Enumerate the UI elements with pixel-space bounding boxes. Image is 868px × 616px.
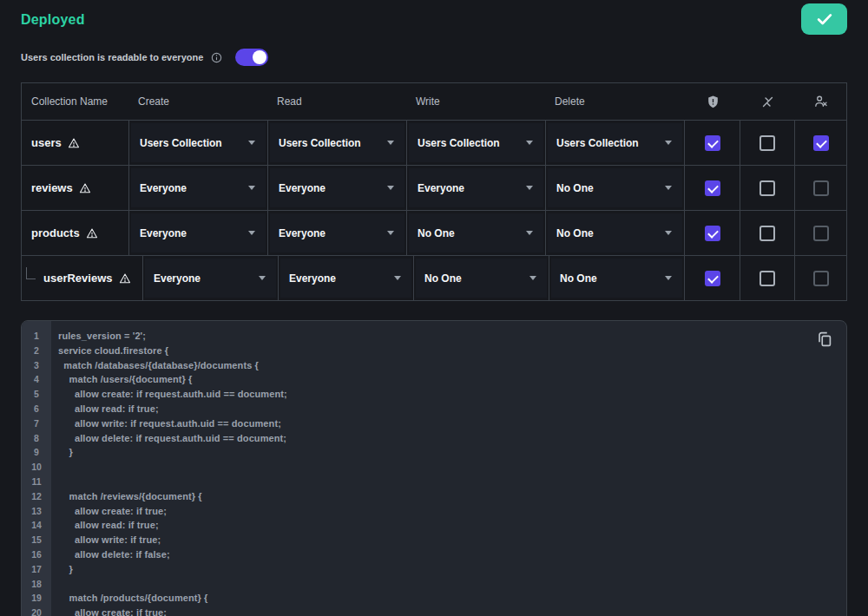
chevron-down-icon (387, 141, 394, 145)
collection-name-cell: reviews (22, 166, 129, 210)
create-dropdown[interactable]: Everyone (143, 256, 279, 300)
person-x-checkbox[interactable] (813, 180, 829, 196)
code-line: allow read: if true; (58, 518, 846, 533)
line-number: 10 (22, 460, 51, 475)
code-line: allow create: if true; (58, 606, 846, 616)
shield-checkbox[interactable] (705, 180, 720, 196)
line-number: 4 (22, 372, 51, 387)
person-x-icon (795, 83, 846, 120)
confirm-check-button[interactable] (801, 3, 847, 35)
checkbox-cell (795, 256, 846, 300)
code-lines: rules_version = '2';service cloud.firest… (51, 321, 846, 616)
column-header-read: Read (268, 83, 407, 120)
code-line: match /users/{document} { (58, 372, 846, 387)
line-number: 8 (22, 431, 51, 446)
line-number: 17 (22, 562, 51, 577)
person-x-checkbox[interactable] (813, 226, 829, 241)
dropdown-value: Everyone (154, 272, 201, 285)
table-row: products Everyone Everyone No One No One (22, 210, 846, 255)
readable-toggle[interactable] (235, 49, 268, 66)
create-dropdown[interactable]: Users Collection (129, 121, 268, 165)
dropdown-value: Everyone (279, 182, 326, 194)
checkbox-cell (740, 211, 795, 255)
code-line: allow delete: if request.auth.uid == doc… (58, 431, 846, 446)
warning-icon (119, 272, 131, 285)
code-line: service cloud.firestore { (58, 344, 846, 358)
delete-dropdown[interactable]: No One (549, 256, 685, 300)
tree-connector-line (26, 267, 36, 279)
create-dropdown[interactable]: Everyone (129, 166, 268, 210)
write-dropdown[interactable]: No One (407, 211, 546, 255)
rules-code-editor: 123456789101112131415161718192021 rules_… (21, 320, 847, 616)
collection-name: userReviews (43, 272, 113, 285)
chevron-down-icon (665, 231, 672, 235)
code-gutter: 123456789101112131415161718192021 (22, 321, 51, 616)
info-icon[interactable] (211, 52, 222, 63)
code-line: rules_version = '2'; (58, 329, 846, 344)
line-number: 15 (22, 533, 51, 547)
chevron-down-icon (526, 186, 533, 190)
read-dropdown[interactable]: Everyone (268, 211, 407, 255)
code-line (58, 475, 846, 489)
write-dropdown[interactable]: Users Collection (407, 121, 546, 165)
create-dropdown[interactable]: Everyone (129, 211, 268, 255)
delete-dropdown[interactable]: No One (546, 211, 685, 255)
person-x-checkbox[interactable] (813, 271, 829, 286)
dropdown-value: No One (418, 227, 455, 239)
column-header-collection-name: Collection Name (22, 83, 129, 120)
dropdown-value: Users Collection (418, 137, 500, 149)
delete-dropdown[interactable]: No One (546, 166, 685, 210)
shield-checkbox[interactable] (705, 135, 720, 151)
dropdown-value: Everyone (140, 227, 187, 239)
person-x-checkbox[interactable] (813, 135, 829, 151)
line-number: 1 (22, 329, 51, 344)
table-row: userReviews Everyone Everyone No One No … (22, 255, 846, 300)
dropdown-value: No One (556, 227, 594, 239)
line-number: 20 (22, 606, 51, 616)
connection-off-checkbox[interactable] (760, 271, 775, 286)
toggle-knob (253, 50, 266, 64)
code-line: allow write: if true; (58, 533, 846, 547)
line-number: 18 (22, 577, 51, 592)
checkbox-cell (685, 121, 740, 165)
table-header-row: Collection Name Create Read Write Delete (22, 83, 846, 120)
write-dropdown[interactable]: No One (414, 256, 549, 300)
table-row: users Users Collection Users Collection … (22, 120, 846, 165)
delete-dropdown[interactable]: Users Collection (546, 121, 685, 165)
dropdown-value: Everyone (418, 182, 464, 194)
connection-off-checkbox[interactable] (760, 226, 775, 241)
checkbox-cell (685, 256, 740, 300)
dropdown-value: Everyone (289, 272, 336, 285)
checkbox-cell (685, 166, 740, 210)
code-line: match /reviews/{document} { (58, 489, 846, 504)
shield-checkbox[interactable] (705, 226, 720, 241)
connection-off-checkbox[interactable] (760, 180, 775, 196)
chevron-down-icon (394, 276, 401, 280)
line-number: 7 (22, 416, 51, 431)
dropdown-value: Users Collection (279, 137, 361, 149)
checkbox-cell (795, 211, 846, 255)
code-line: allow delete: if false; (58, 547, 846, 562)
table-row: reviews Everyone Everyone Everyone No On… (22, 165, 846, 210)
line-number: 5 (22, 387, 51, 402)
line-number: 14 (22, 518, 51, 533)
line-number: 6 (22, 402, 51, 416)
checkbox-cell (795, 166, 846, 210)
collection-name: products (31, 226, 80, 239)
copy-icon[interactable] (815, 330, 834, 349)
column-header-write: Write (407, 83, 546, 120)
connection-off-checkbox[interactable] (760, 135, 775, 151)
shield-checkbox[interactable] (705, 271, 720, 286)
write-dropdown[interactable]: Everyone (407, 166, 546, 210)
read-dropdown[interactable]: Users Collection (268, 121, 407, 165)
warning-icon (79, 182, 91, 194)
chevron-down-icon (665, 186, 672, 190)
read-dropdown[interactable]: Everyone (279, 256, 414, 300)
read-dropdown[interactable]: Everyone (268, 166, 407, 210)
dropdown-value: Users Collection (140, 137, 222, 149)
code-line: allow create: if true; (58, 504, 846, 519)
checkbox-cell (740, 166, 795, 210)
line-number: 11 (22, 475, 51, 489)
deployed-panel: Deployed Users collection is readable to… (0, 0, 868, 616)
checkbox-cell (795, 121, 846, 165)
